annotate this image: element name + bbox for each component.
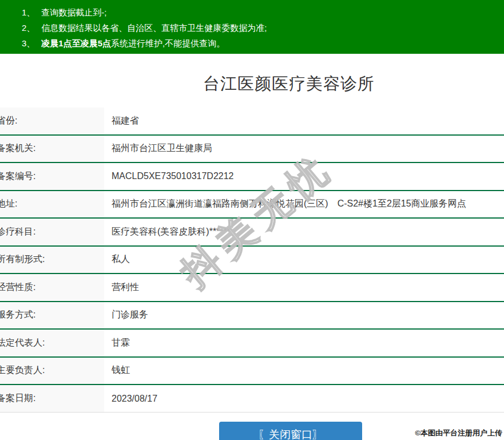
- row-label: 省份:: [0, 108, 104, 134]
- notice-number: 3、: [22, 35, 35, 51]
- row-label: 主要负责人:: [0, 358, 104, 384]
- notice-number: 2、: [22, 20, 35, 35]
- table-row-business-nature: 经营性质: 营利性: [0, 274, 504, 302]
- table-row-filing-date: 备案日期: 2023/08/17: [0, 385, 504, 413]
- row-label: 诊疗科目:: [0, 219, 104, 245]
- row-value: 营利性: [104, 274, 504, 301]
- row-value: 福建省: [104, 108, 504, 134]
- notice-item-1: 1、 查询数据截止到-;: [22, 5, 504, 20]
- notice-item-2: 2、 信息数据结果以各省、自治区、直辖市卫生健康委数据为准;: [22, 20, 504, 35]
- table-row-service-mode: 服务方式: 门诊服务: [0, 302, 504, 330]
- row-label: 地址:: [0, 191, 104, 218]
- row-label: 备案编号:: [0, 163, 104, 190]
- row-value: 私人: [104, 247, 504, 273]
- close-window-button[interactable]: 〖关闭窗口〗: [219, 422, 362, 440]
- row-value: 福州市台江区瀛洲街道瀛福路南侧万科澜悦花园(三区) C-S2#楼1至2层15商业…: [104, 191, 504, 218]
- notice-number: 1、: [22, 5, 35, 20]
- row-value: 钱虹: [104, 358, 504, 384]
- table-row-legal-representative: 法定代表人: 甘霖: [0, 330, 504, 358]
- institution-info-table: 省份: 福建省 备案机关: 福州市台江区卫生健康局 备案编号: MACLD5XE…: [0, 108, 504, 413]
- table-row-treatment-subjects: 诊疗科目: 医疗美容科(美容皮肤科)******: [0, 219, 504, 247]
- page-title: 台江医颜医疗美容诊所: [203, 74, 375, 93]
- notice-header: 1、 查询数据截止到-; 2、 信息数据结果以各省、自治区、直辖市卫生健康委数据…: [0, 0, 504, 54]
- row-value: 医疗美容科(美容皮肤科)******: [104, 219, 504, 245]
- table-row-main-person-in-charge: 主要负责人: 钱虹: [0, 358, 504, 386]
- row-value: 福州市台江区卫生健康局: [104, 136, 504, 162]
- table-row-address: 地址: 福州市台江区瀛洲街道瀛福路南侧万科澜悦花园(三区) C-S2#楼1至2层…: [0, 191, 504, 219]
- title-area: 台江医颜医疗美容诊所: [0, 54, 504, 108]
- notice-text: 系统进行维护,不能提供查询。: [111, 35, 225, 51]
- row-label: 经营性质:: [0, 274, 104, 301]
- notice-text: 查询数据截止到-;: [41, 5, 106, 20]
- table-row-filing-number: 备案编号: MACLD5XE735010317D2212: [0, 163, 504, 191]
- row-value: 甘霖: [104, 330, 504, 356]
- notice-bold-text: 凌晨1点至凌晨5点: [41, 35, 111, 51]
- row-label: 备案机关:: [0, 136, 104, 162]
- row-value: 门诊服务: [104, 302, 504, 329]
- row-label: 服务方式:: [0, 302, 104, 329]
- page-container: 1、 查询数据截止到-; 2、 信息数据结果以各省、自治区、直辖市卫生健康委数据…: [0, 0, 504, 440]
- row-value: MACLD5XE735010317D2212: [104, 163, 504, 190]
- notice-item-3: 3、 凌晨1点至凌晨5点 系统进行维护,不能提供查询。: [22, 35, 504, 51]
- table-row-ownership-form: 所有制形式: 私人: [0, 247, 504, 275]
- row-value: 2023/08/17: [104, 385, 504, 412]
- row-label: 备案日期:: [0, 385, 104, 412]
- row-label: 法定代表人:: [0, 330, 104, 356]
- row-label: 所有制形式:: [0, 247, 104, 273]
- table-row-filing-authority: 备案机关: 福州市台江区卫生健康局: [0, 136, 504, 164]
- upload-credit-note: ©本图由平台注册用户上传: [415, 428, 502, 438]
- notice-text: 信息数据结果以各省、自治区、直辖市卫生健康委数据为准;: [41, 20, 267, 35]
- table-row-province: 省份: 福建省: [0, 108, 504, 136]
